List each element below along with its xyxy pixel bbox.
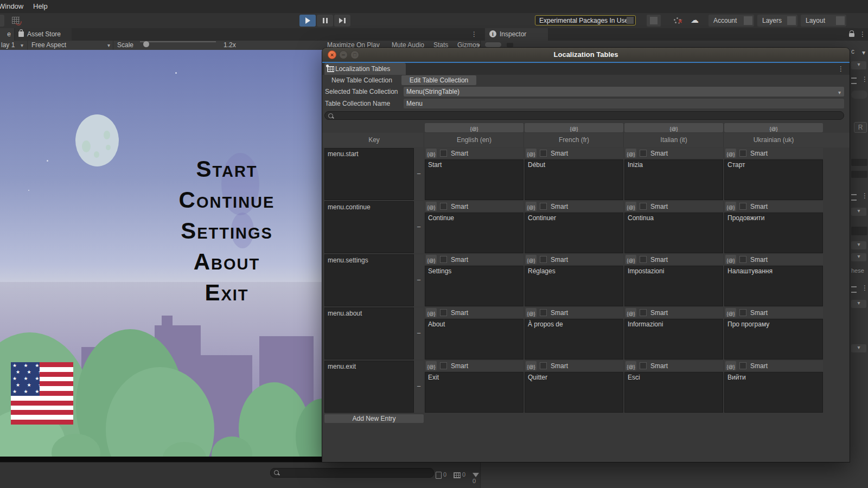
metadata-button[interactable]: {@} <box>426 149 437 158</box>
smart-checkbox[interactable] <box>739 256 746 263</box>
tab-inspector[interactable]: i Inspector <box>485 28 548 41</box>
column-settings-button[interactable]: {@} <box>624 123 723 132</box>
preset-icon[interactable] <box>851 194 857 201</box>
translation-value[interactable]: Про програму <box>724 319 823 359</box>
play-button[interactable] <box>299 15 316 27</box>
game-menu-item-continue[interactable]: Continue <box>125 184 322 215</box>
window-kebab-icon[interactable]: ⋮ <box>838 65 844 73</box>
metadata-button[interactable]: {@} <box>426 308 437 317</box>
translation-value[interactable]: Réglages <box>525 266 623 306</box>
column-settings-button[interactable]: {@} <box>525 123 623 132</box>
column-header-lang[interactable]: Ukrainian (uk) <box>724 136 823 144</box>
smart-checkbox[interactable] <box>540 203 547 210</box>
metadata-button[interactable]: {@} <box>526 202 537 211</box>
remove-entry-button[interactable]: − <box>414 329 424 338</box>
translation-value[interactable]: Début <box>525 159 623 200</box>
game-menu-item-settings[interactable]: Settings <box>125 215 322 246</box>
inspector-field-fragment[interactable] <box>851 227 867 235</box>
tab-localization-tables[interactable]: Localization Tables <box>324 63 406 75</box>
translation-value[interactable]: Informazioni <box>624 319 723 359</box>
inspector-kebab-icon[interactable]: ⋮ <box>859 30 866 38</box>
metadata-button[interactable]: {@} <box>626 308 636 317</box>
translation-value[interactable]: Continua <box>624 213 723 253</box>
smart-checkbox[interactable] <box>540 309 547 316</box>
smart-checkbox[interactable] <box>440 203 447 210</box>
grid-snap-button[interactable] <box>8 15 24 27</box>
translation-value[interactable]: About <box>425 319 524 359</box>
menu-help[interactable]: Help <box>33 2 48 10</box>
tab-game-partial[interactable]: e <box>0 28 14 41</box>
metadata-button[interactable]: {@} <box>626 255 636 264</box>
translation-value[interactable]: Налаштування <box>724 266 823 306</box>
metadata-button[interactable]: {@} <box>426 202 437 211</box>
step-button[interactable] <box>334 15 350 27</box>
component-kebab-icon[interactable]: ⋮ <box>861 192 868 200</box>
add-new-entry-button[interactable]: Add New Entry <box>324 414 424 423</box>
translation-value[interactable]: Impostazioni <box>624 266 723 306</box>
translation-value[interactable]: Inizia <box>624 159 723 200</box>
translation-value[interactable]: Продовжити <box>724 213 823 253</box>
metadata-button[interactable]: {@} <box>426 255 437 264</box>
selected-collection-dropdown[interactable]: Menu(StringTable) ▾ <box>404 87 844 97</box>
edit-table-collection-button[interactable]: Edit Table Collection <box>401 75 476 85</box>
aspect-dropdown[interactable]: Free Aspect <box>31 41 66 49</box>
console-info-counter[interactable]: 0 <box>436 471 446 479</box>
key-cell[interactable]: menu.settings <box>324 254 414 306</box>
pause-button[interactable] <box>317 15 333 27</box>
metadata-button[interactable]: {@} <box>626 202 636 211</box>
project-search-input[interactable] <box>270 468 434 478</box>
r-button[interactable]: R <box>854 122 867 133</box>
inspector-lock-icon[interactable] <box>849 33 854 37</box>
smart-checkbox[interactable] <box>540 362 547 369</box>
smart-checkbox[interactable] <box>540 256 547 263</box>
smart-checkbox[interactable] <box>640 309 647 316</box>
menu-window[interactable]: Window <box>0 2 23 10</box>
smart-checkbox[interactable] <box>640 150 647 157</box>
translation-value[interactable]: Continue <box>425 213 524 253</box>
inspector-dropdown[interactable]: ▾ <box>851 344 866 352</box>
metadata-button[interactable]: {@} <box>526 308 537 317</box>
game-panel-kebab-icon[interactable]: ⋮ <box>471 30 477 38</box>
translation-value[interactable]: Exit <box>425 372 524 413</box>
metadata-button[interactable]: {@} <box>626 361 636 370</box>
cloud-button[interactable]: ☁ <box>687 15 701 27</box>
translation-value[interactable]: Start <box>425 159 524 200</box>
smart-checkbox[interactable] <box>540 150 547 157</box>
metadata-button[interactable]: {@} <box>725 255 736 264</box>
metadata-button[interactable]: {@} <box>526 149 537 158</box>
component-kebab-icon[interactable]: ⋮ <box>861 75 868 83</box>
inspector-dropdown[interactable]: ▾ <box>851 208 866 216</box>
collection-name-input[interactable]: Menu <box>404 99 844 108</box>
column-settings-button[interactable]: {@} <box>425 123 524 132</box>
key-cell[interactable]: menu.continue <box>324 201 414 253</box>
game-menu-item-start[interactable]: Start <box>125 153 322 184</box>
smart-checkbox[interactable] <box>739 362 746 369</box>
account-dropdown[interactable]: Account <box>709 15 754 27</box>
experimental-badge-dismiss[interactable] <box>627 17 634 24</box>
preset-icon[interactable] <box>851 78 857 84</box>
game-menu-item-about[interactable]: About <box>125 246 322 277</box>
remove-entry-button[interactable]: − <box>414 382 424 391</box>
metadata-button[interactable]: {@} <box>725 308 736 317</box>
smart-checkbox[interactable] <box>440 256 447 263</box>
remove-entry-button[interactable]: − <box>414 170 424 178</box>
window-titlebar[interactable]: × − □ Localization Tables <box>322 48 850 62</box>
inspector-field-fragment[interactable] <box>851 171 867 178</box>
smart-checkbox[interactable] <box>440 309 447 316</box>
metadata-button[interactable]: {@} <box>725 149 736 158</box>
display-dropdown[interactable]: lay 1 <box>1 41 15 49</box>
metadata-button[interactable]: {@} <box>426 361 437 370</box>
key-cell[interactable]: menu.start <box>324 148 414 200</box>
inspector-dropdown[interactable]: ▾ <box>851 241 866 249</box>
smart-checkbox[interactable] <box>739 203 746 210</box>
toolbar-partial-button[interactable] <box>0 15 4 27</box>
smart-checkbox[interactable] <box>440 362 447 369</box>
scale-slider-knob[interactable] <box>143 41 149 47</box>
layout-dropdown[interactable]: Layout <box>801 15 846 27</box>
game-menu-item-exit[interactable]: Exit <box>125 277 322 308</box>
translation-value[interactable]: Esci <box>624 372 723 413</box>
metadata-button[interactable]: {@} <box>725 202 736 211</box>
metadata-button[interactable]: {@} <box>725 361 736 370</box>
column-header-lang[interactable]: French (fr) <box>525 136 623 144</box>
tab-asset-store[interactable]: Asset Store <box>15 28 72 41</box>
